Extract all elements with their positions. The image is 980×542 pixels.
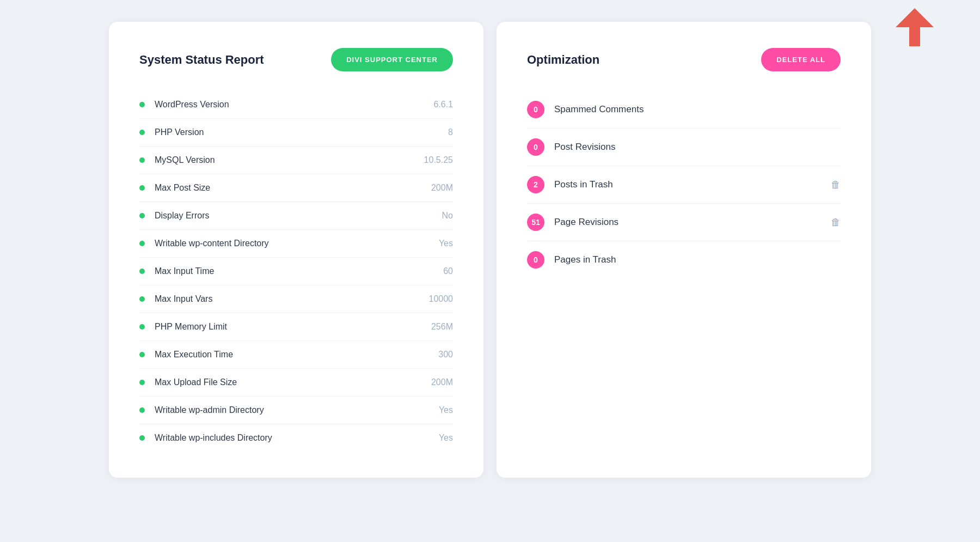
delete-all-button[interactable]: DELETE ALL [761, 48, 841, 71]
optimization-header: Optimization DELETE ALL [527, 48, 841, 71]
status-value: 8 [448, 127, 453, 137]
status-item: Max Input Vars 10000 [139, 285, 453, 313]
status-label: Display Errors [155, 211, 442, 221]
trash-icon[interactable]: 🗑 [831, 217, 841, 228]
optimization-item: 2 Posts in Trash 🗑 [527, 166, 841, 204]
status-item: Writable wp-content Directory Yes [139, 230, 453, 258]
status-label: PHP Version [155, 127, 448, 137]
optimization-item: 0 Pages in Trash [527, 241, 841, 278]
optimization-item: 0 Spammed Comments [527, 91, 841, 129]
status-item: Max Execution Time 300 [139, 341, 453, 369]
status-value: 256M [431, 322, 453, 332]
status-value: 200M [431, 377, 453, 387]
system-status-title: System Status Report [139, 53, 264, 67]
status-item: Max Upload File Size 200M [139, 369, 453, 397]
status-value: 60 [443, 266, 453, 276]
status-dot-icon [139, 269, 145, 274]
status-dot-icon [139, 407, 145, 413]
count-badge: 0 [527, 101, 544, 118]
optimization-list: 0 Spammed Comments 0 Post Revisions 2 Po… [527, 91, 841, 278]
status-value: 10000 [429, 294, 454, 304]
optimization-title: Optimization [527, 53, 599, 67]
system-status-card: System Status Report DIVI SUPPORT CENTER… [109, 22, 483, 478]
status-value: 300 [438, 350, 453, 360]
status-dot-icon [139, 241, 145, 246]
status-label: Max Input Vars [155, 294, 429, 304]
divi-support-center-button[interactable]: DIVI SUPPORT CENTER [331, 48, 453, 71]
opt-label: Post Revisions [554, 142, 841, 153]
svg-marker-0 [896, 8, 934, 46]
count-badge: 0 [527, 138, 544, 156]
count-badge: 2 [527, 176, 544, 193]
status-dot-icon [139, 435, 145, 441]
optimization-item: 0 Post Revisions [527, 129, 841, 166]
status-item: PHP Version 8 [139, 119, 453, 147]
status-label: Max Input Time [155, 266, 443, 276]
optimization-card: Optimization DELETE ALL 0 Spammed Commen… [497, 22, 871, 478]
status-label: MySQL Version [155, 155, 424, 165]
count-badge: 51 [527, 214, 544, 231]
status-label: Writable wp-admin Directory [155, 405, 439, 415]
system-status-header: System Status Report DIVI SUPPORT CENTER [139, 48, 453, 71]
status-label: PHP Memory Limit [155, 322, 431, 332]
status-item: Writable wp-admin Directory Yes [139, 397, 453, 424]
status-dot-icon [139, 102, 145, 107]
status-item: Max Post Size 200M [139, 174, 453, 202]
status-list: WordPress Version 6.6.1 PHP Version 8 My… [139, 91, 453, 452]
status-dot-icon [139, 380, 145, 385]
status-dot-icon [139, 157, 145, 163]
status-label: Max Execution Time [155, 350, 438, 360]
status-value: 200M [431, 183, 453, 193]
status-item: PHP Memory Limit 256M [139, 313, 453, 341]
trash-icon[interactable]: 🗑 [831, 179, 841, 191]
status-item: WordPress Version 6.6.1 [139, 91, 453, 119]
opt-label: Page Revisions [554, 217, 824, 228]
status-dot-icon [139, 185, 145, 191]
opt-label: Spammed Comments [554, 104, 841, 115]
page-wrapper: System Status Report DIVI SUPPORT CENTER… [109, 22, 871, 478]
opt-label: Pages in Trash [554, 254, 841, 265]
status-item: Max Input Time 60 [139, 258, 453, 285]
status-dot-icon [139, 324, 145, 330]
status-dot-icon [139, 213, 145, 218]
status-item: MySQL Version 10.5.25 [139, 147, 453, 174]
opt-label: Posts in Trash [554, 179, 824, 190]
status-value: 10.5.25 [424, 155, 453, 165]
status-label: Max Post Size [155, 183, 431, 193]
status-label: Writable wp-content Directory [155, 239, 439, 248]
status-value: Yes [439, 405, 453, 415]
status-value: Yes [439, 433, 453, 443]
status-dot-icon [139, 296, 145, 302]
optimization-item: 51 Page Revisions 🗑 [527, 204, 841, 241]
status-label: Max Upload File Size [155, 377, 431, 387]
status-item: Display Errors No [139, 202, 453, 230]
status-label: Writable wp-includes Directory [155, 433, 439, 443]
count-badge: 0 [527, 251, 544, 269]
status-value: 6.6.1 [433, 100, 453, 109]
status-item: Writable wp-includes Directory Yes [139, 424, 453, 452]
status-dot-icon [139, 352, 145, 357]
status-dot-icon [139, 130, 145, 135]
status-label: WordPress Version [155, 100, 433, 109]
status-value: No [442, 211, 453, 221]
status-value: Yes [439, 239, 453, 248]
